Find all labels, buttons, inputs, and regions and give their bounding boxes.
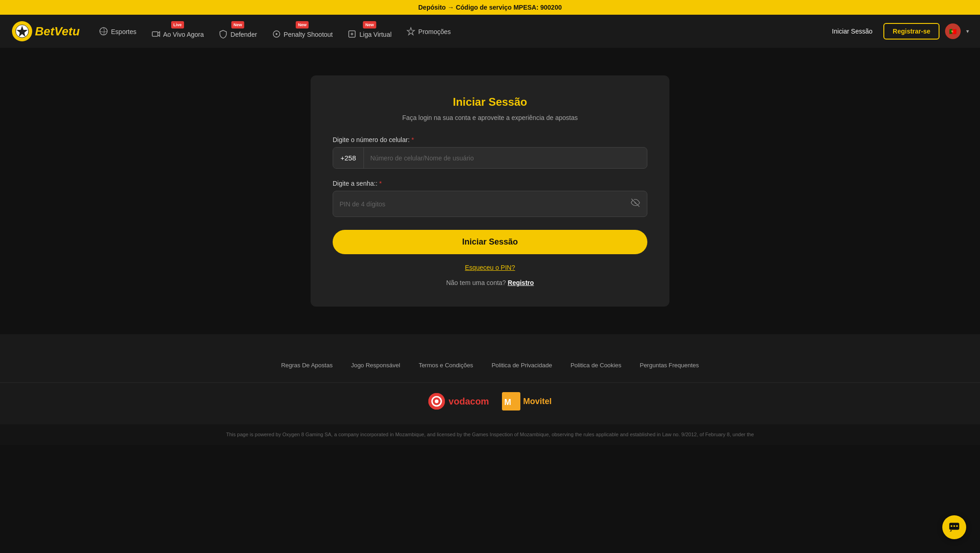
navbar: BetVetu Esportes Live Ao Vivo Agora: [0, 15, 980, 48]
footer-link-5[interactable]: Perguntas Frequentes: [640, 362, 699, 369]
nav-label-ao-vivo: Ao Vivo Agora: [163, 31, 204, 38]
no-account-text: Não tem uma conta?: [446, 279, 506, 286]
footer: Regras De Apostas Jogo Responsável Termo…: [0, 334, 980, 445]
movitel-logo: M Movitel: [502, 392, 552, 410]
svg-rect-4: [152, 32, 158, 36]
language-button[interactable]: 🇵🇹: [945, 23, 961, 39]
phone-input[interactable]: [364, 148, 647, 168]
register-link[interactable]: Registro: [508, 279, 534, 286]
chevron-down-icon[interactable]: ▾: [966, 28, 969, 34]
svg-rect-14: [951, 525, 952, 527]
logo[interactable]: BetVetu: [11, 20, 80, 42]
nav-items: Esportes Live Ao Vivo Agora New Defender: [92, 20, 823, 42]
nav-item-penalty-shootout[interactable]: New Penalty Shootout: [265, 20, 340, 42]
svg-point-10: [435, 399, 438, 403]
badge-penalty: New: [296, 21, 309, 29]
phone-input-group: +258: [333, 147, 647, 169]
nav-label-esportes: Esportes: [111, 28, 136, 35]
svg-text:M: M: [504, 398, 511, 407]
nav-item-promocoes[interactable]: Promoções: [400, 23, 457, 40]
badge-defender: New: [231, 21, 245, 29]
register-section: Não tem uma conta? Registro: [333, 279, 647, 286]
phone-required-star: *: [411, 136, 414, 143]
svg-point-6: [276, 33, 277, 35]
registrar-button[interactable]: Registrar-se: [883, 23, 940, 40]
footer-link-2[interactable]: Termos e Condições: [419, 362, 473, 369]
movitel-text: Movitel: [523, 397, 552, 406]
logo-text: BetVetu: [35, 24, 80, 39]
nav-label-defender: Defender: [231, 31, 257, 38]
login-card: Iniciar Sessão Faça login na sua conta e…: [311, 75, 669, 307]
nav-right: Iniciar Sessão Registrar-se 🇵🇹 ▾: [826, 23, 969, 40]
nav-item-liga-virtual[interactable]: New Liga Virtual: [341, 20, 398, 42]
footer-disclaimer: This page is powered by Oxygen 8 Gaming …: [0, 424, 980, 445]
login-title: Iniciar Sessão: [333, 96, 647, 108]
svg-rect-16: [956, 525, 957, 527]
chat-button[interactable]: [942, 515, 966, 539]
footer-link-0[interactable]: Regras De Apostas: [281, 362, 333, 369]
password-input[interactable]: [333, 194, 624, 214]
footer-logos: vodacom M Movitel: [0, 382, 980, 424]
nav-label-penalty: Penalty Shootout: [284, 31, 333, 38]
lang-flag: 🇵🇹: [949, 28, 957, 35]
nav-item-esportes[interactable]: Esportes: [92, 23, 143, 40]
badge-ao-vivo: Live: [171, 21, 184, 29]
vodacom-icon: [428, 393, 445, 410]
nav-label-promocoes: Promoções: [418, 28, 451, 35]
nav-label-liga: Liga Virtual: [359, 31, 392, 38]
phone-label: Digite o número do celular: *: [333, 136, 647, 143]
top-banner: Depósito → Código de serviço MPESA: 9002…: [0, 0, 980, 15]
phone-prefix: +258: [333, 148, 364, 168]
password-input-group: [333, 191, 647, 217]
main-content: Iniciar Sessão Faça login na sua conta e…: [0, 48, 980, 334]
footer-links: Regras De Apostas Jogo Responsável Termo…: [0, 353, 980, 382]
password-label: Digite a senha:: *: [333, 180, 647, 187]
nav-item-ao-vivo[interactable]: Live Ao Vivo Agora: [145, 20, 210, 42]
login-button[interactable]: Iniciar Sessão: [333, 230, 647, 254]
forgot-pin-section: Esqueceu o PIN?: [333, 263, 647, 272]
movitel-icon: M: [502, 392, 520, 410]
banner-text: Depósito → Código de serviço MPESA: 9002…: [418, 4, 562, 11]
iniciar-sessao-button[interactable]: Iniciar Sessão: [826, 24, 878, 39]
svg-rect-15: [953, 525, 955, 527]
footer-link-3[interactable]: Politica de Privacidade: [491, 362, 552, 369]
forgot-pin-link[interactable]: Esqueceu o PIN?: [465, 264, 515, 271]
badge-liga: New: [363, 21, 376, 29]
password-required-star: *: [379, 180, 381, 187]
eye-icon[interactable]: [624, 191, 647, 217]
vodacom-logo: vodacom: [428, 393, 489, 410]
nav-item-defender[interactable]: New Defender: [212, 20, 264, 42]
vodacom-text: vodacom: [449, 396, 489, 407]
footer-link-1[interactable]: Jogo Responsável: [351, 362, 400, 369]
svg-point-3: [100, 28, 107, 35]
footer-link-4[interactable]: Politica de Cookies: [571, 362, 622, 369]
login-subtitle: Faça login na sua conta e aproveite a ex…: [333, 114, 647, 121]
